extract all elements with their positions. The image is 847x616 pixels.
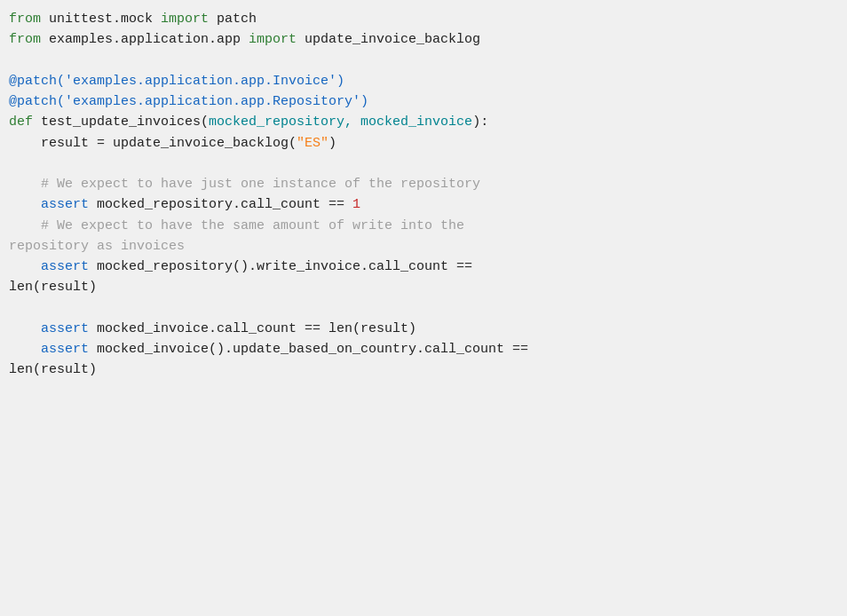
code-token: def	[9, 115, 33, 130]
code-token: mocked_repository.call_count ==	[89, 197, 352, 212]
code-token: assert	[41, 197, 89, 212]
code-token: mocked_repository, mocked_invoice	[209, 115, 472, 130]
code-token	[9, 321, 41, 336]
code-token: @patch('examples.application.app.Invoice…	[9, 74, 344, 89]
code-token: "ES"	[297, 136, 329, 151]
code-line	[9, 298, 838, 319]
code-token	[9, 342, 41, 357]
code-token: len(result)	[9, 362, 97, 377]
code-token: examples.application.app	[41, 32, 249, 47]
code-line: assert mocked_invoice().update_based_on_…	[9, 339, 838, 359]
code-token: assert	[41, 259, 89, 274]
code-line: assert mocked_invoice.call_count == len(…	[9, 319, 838, 339]
code-token: result = update_invoice_backlog(	[9, 136, 297, 151]
code-token	[9, 259, 41, 274]
code-token: 1	[352, 197, 360, 212]
code-token: import	[161, 12, 209, 27]
code-line: def test_update_invoices(mocked_reposito…	[9, 112, 838, 132]
code-token: unittest.mock	[41, 12, 161, 27]
code-line: len(result)	[9, 277, 838, 297]
code-line: # We expect to have the same amount of w…	[9, 216, 838, 236]
code-line: assert mocked_repository().write_invoice…	[9, 257, 838, 277]
code-token: # We expect to have the same amount of w…	[41, 218, 464, 233]
code-line	[9, 51, 838, 71]
code-token	[9, 197, 41, 212]
code-token: test_update_invoices(	[33, 115, 209, 130]
code-token	[9, 177, 41, 192]
code-token: repository as invoices	[9, 239, 185, 254]
code-token: ):	[472, 115, 488, 130]
code-line: result = update_invoice_backlog("ES")	[9, 133, 838, 154]
code-token: assert	[41, 342, 89, 357]
code-token: from	[9, 32, 41, 47]
code-line: @patch('examples.application.app.Reposit…	[9, 91, 838, 112]
code-token: update_invoice_backlog	[297, 32, 480, 47]
code-line: from examples.application.app import upd…	[9, 29, 838, 50]
code-line: # We expect to have just one instance of…	[9, 174, 838, 194]
code-line: len(result)	[9, 359, 838, 380]
code-token: mocked_invoice().update_based_on_country…	[89, 342, 528, 357]
code-container: from unittest.mock import patchfrom exam…	[0, 0, 847, 616]
code-line: assert mocked_repository.call_count == 1	[9, 194, 838, 215]
code-token: )	[329, 136, 336, 151]
code-line: repository as invoices	[9, 236, 838, 257]
code-line: from unittest.mock import patch	[9, 9, 838, 29]
code-token: assert	[41, 321, 89, 336]
code-token: from	[9, 12, 41, 27]
code-line	[9, 154, 838, 174]
code-line: @patch('examples.application.app.Invoice…	[9, 71, 838, 91]
code-token: patch	[209, 12, 257, 27]
code-token: len(result)	[9, 280, 97, 295]
code-token: @patch('examples.application.app.Reposit…	[9, 94, 368, 109]
code-token: # We expect to have just one instance of…	[41, 177, 480, 192]
code-token: import	[249, 32, 297, 47]
code-token: mocked_invoice.call_count == len(result)	[89, 321, 416, 336]
code-token: mocked_repository().write_invoice.call_c…	[89, 259, 472, 274]
code-token	[9, 218, 41, 233]
